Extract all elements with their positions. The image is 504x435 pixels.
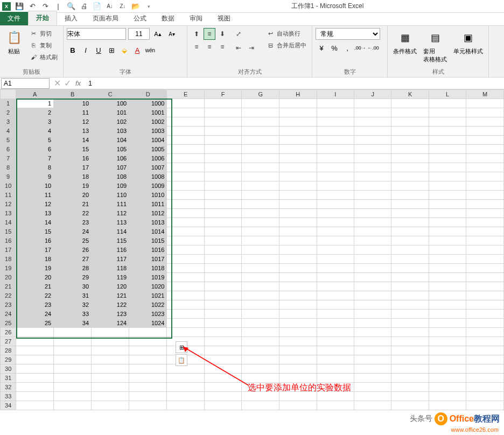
fx-icon[interactable]: fx — [75, 79, 81, 87]
cell-B33[interactable] — [54, 392, 92, 401]
cell-H25[interactable] — [279, 319, 317, 328]
cell-A9[interactable]: 9 — [16, 172, 54, 181]
cell-styles-button[interactable]: ▣ 单元格样式 — [451, 28, 485, 57]
cell-I24[interactable] — [317, 310, 354, 319]
cell-I18[interactable] — [317, 255, 354, 264]
cell-C31[interactable] — [92, 374, 129, 383]
cell-H26[interactable] — [279, 328, 317, 337]
row-header-13[interactable]: 13 — [1, 209, 16, 218]
cell-B7[interactable]: 16 — [54, 154, 92, 163]
cell-F18[interactable] — [204, 255, 241, 264]
cell-E23[interactable] — [167, 300, 205, 310]
merge-center-button[interactable]: ⊟合并后居中 — [264, 40, 309, 51]
cell-A18[interactable]: 18 — [16, 255, 54, 264]
align-top[interactable]: ⬆ — [191, 28, 202, 40]
open-icon[interactable]: 📂 — [131, 2, 140, 11]
cell-A21[interactable]: 21 — [16, 282, 54, 291]
cell-C24[interactable]: 123 — [92, 310, 129, 319]
cell-I31[interactable] — [317, 374, 354, 383]
cell-D19[interactable]: 1018 — [129, 264, 167, 273]
name-box[interactable]: A1 — [1, 78, 50, 89]
row-header-24[interactable]: 24 — [1, 310, 16, 319]
cell-D21[interactable]: 1020 — [129, 282, 167, 291]
cell-H34[interactable] — [279, 401, 317, 410]
cell-H16[interactable] — [279, 236, 317, 245]
cell-H14[interactable] — [279, 218, 317, 227]
cell-E14[interactable] — [167, 218, 205, 227]
cell-H11[interactable] — [279, 191, 317, 200]
cell-J26[interactable] — [354, 328, 391, 337]
cell-C16[interactable]: 115 — [92, 236, 129, 245]
cell-H20[interactable] — [279, 273, 317, 282]
cell-K27[interactable] — [391, 337, 429, 346]
cell-K33[interactable] — [391, 392, 429, 401]
cell-B25[interactable]: 34 — [54, 319, 92, 328]
cell-C34[interactable] — [92, 401, 129, 410]
cell-C33[interactable] — [92, 392, 129, 401]
cell-B23[interactable]: 32 — [54, 300, 92, 310]
cell-C13[interactable]: 112 — [92, 209, 129, 218]
cell-M27[interactable] — [466, 337, 504, 346]
cell-F23[interactable] — [204, 300, 241, 310]
cell-F12[interactable] — [204, 200, 241, 209]
cell-C21[interactable]: 120 — [92, 282, 129, 291]
cell-C2[interactable]: 101 — [92, 108, 129, 117]
cell-D4[interactable]: 1003 — [129, 127, 167, 136]
cell-L9[interactable] — [429, 172, 466, 181]
cell-D6[interactable]: 1005 — [129, 145, 167, 154]
row-header-3[interactable]: 3 — [1, 117, 16, 127]
cell-E9[interactable] — [167, 172, 205, 181]
col-header-M[interactable]: M — [466, 90, 504, 99]
cell-K16[interactable] — [391, 236, 429, 245]
cell-J25[interactable] — [354, 319, 391, 328]
cell-I11[interactable] — [317, 191, 354, 200]
cell-G34[interactable] — [242, 401, 279, 410]
cell-M3[interactable] — [466, 117, 504, 127]
cell-G13[interactable] — [242, 209, 279, 218]
cell-C4[interactable]: 103 — [92, 127, 129, 136]
cell-D24[interactable]: 1023 — [129, 310, 167, 319]
cell-I20[interactable] — [317, 273, 354, 282]
cell-K7[interactable] — [391, 154, 429, 163]
cell-B27[interactable] — [54, 337, 92, 346]
cell-D9[interactable]: 1008 — [129, 172, 167, 181]
cell-K21[interactable] — [391, 282, 429, 291]
cell-I4[interactable] — [317, 127, 354, 136]
cell-I12[interactable] — [317, 200, 354, 209]
cell-I26[interactable] — [317, 328, 354, 337]
cell-I34[interactable] — [317, 401, 354, 410]
cell-J27[interactable] — [354, 337, 391, 346]
cell-D23[interactable]: 1022 — [129, 300, 167, 310]
comma-button[interactable]: , — [341, 42, 353, 54]
cell-L14[interactable] — [429, 218, 466, 227]
cell-B12[interactable]: 21 — [54, 200, 92, 209]
cell-L26[interactable] — [429, 328, 466, 337]
cell-H3[interactable] — [279, 117, 317, 127]
cell-H7[interactable] — [279, 154, 317, 163]
cell-I6[interactable] — [317, 145, 354, 154]
wrap-text-button[interactable]: ↩自动换行 — [264, 28, 309, 39]
cell-M15[interactable] — [466, 227, 504, 236]
cell-K32[interactable] — [391, 383, 429, 392]
cell-C5[interactable]: 104 — [92, 136, 129, 145]
cell-B16[interactable]: 25 — [54, 236, 92, 245]
cell-L17[interactable] — [429, 245, 466, 255]
cell-D3[interactable]: 1002 — [129, 117, 167, 127]
cell-M33[interactable] — [466, 392, 504, 401]
cell-A24[interactable]: 24 — [16, 310, 54, 319]
cell-C10[interactable]: 109 — [92, 181, 129, 191]
cell-H23[interactable] — [279, 300, 317, 310]
cell-B10[interactable]: 19 — [54, 181, 92, 191]
col-header-A[interactable]: A — [16, 90, 54, 99]
cell-D31[interactable] — [129, 374, 167, 383]
cell-I2[interactable] — [317, 108, 354, 117]
cell-L11[interactable] — [429, 191, 466, 200]
cell-K14[interactable] — [391, 218, 429, 227]
cell-K18[interactable] — [391, 255, 429, 264]
cell-H10[interactable] — [279, 181, 317, 191]
cell-M2[interactable] — [466, 108, 504, 117]
cell-A8[interactable]: 8 — [16, 163, 54, 172]
cell-B32[interactable] — [54, 383, 92, 392]
tab-review[interactable]: 审阅 — [182, 12, 210, 25]
indent-decrease[interactable]: ⇤ — [233, 42, 244, 54]
